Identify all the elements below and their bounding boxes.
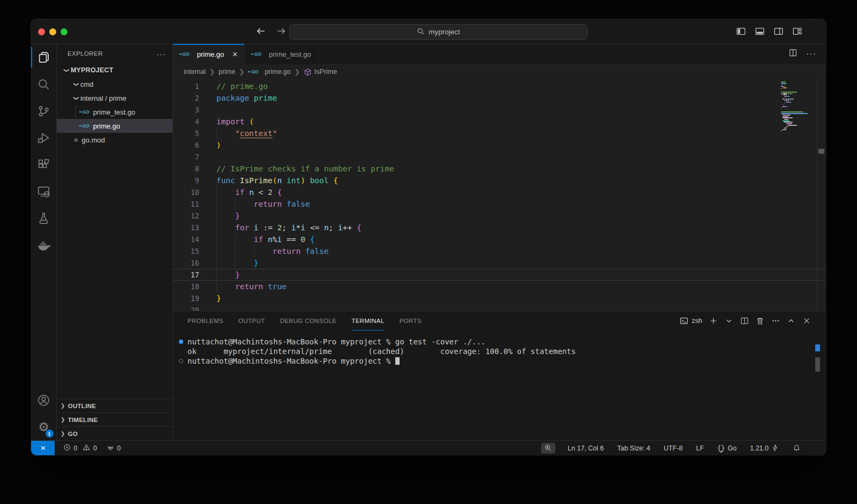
editor-tab-prime.go[interactable]: GOprime.go✕ <box>173 44 245 64</box>
terminal-cursor <box>395 357 400 365</box>
activity-item-settings[interactable]: ⚙1 <box>31 413 57 440</box>
status-eol[interactable]: LF <box>695 441 705 455</box>
window-controls <box>38 28 67 35</box>
tree-item-myproject[interactable]: ❯MYPROJECT <box>57 63 172 77</box>
chevron-up-icon[interactable] <box>787 317 795 325</box>
editor-tab-bar: GOprime.go✕GOprime_test.go ··· <box>173 44 826 64</box>
close-icon[interactable] <box>802 317 811 325</box>
toggle-panel-icon[interactable] <box>754 26 765 36</box>
remote-indicator[interactable] <box>31 441 55 455</box>
panel-tab-terminal[interactable]: TERMINAL <box>351 311 384 330</box>
minimap[interactable] <box>781 81 814 132</box>
code-editor[interactable]: 1// prime.go2package prime34import (5 "c… <box>173 79 826 311</box>
status-go-version[interactable]: 1.21.0 <box>749 441 780 455</box>
terminal[interactable]: nuttachot@Machintoshs-MacBook-Pro myproj… <box>173 330 826 440</box>
activity-item-extensions[interactable] <box>31 151 57 178</box>
go-forward-icon[interactable] <box>275 25 287 39</box>
terminal-command-decoration[interactable] <box>179 359 183 363</box>
split-editor-icon[interactable] <box>788 48 798 59</box>
status-label: LF <box>696 445 704 452</box>
problems-indicator[interactable]: 0 0 <box>62 441 98 455</box>
activity-item-docker[interactable] <box>31 231 57 258</box>
terminal-command-decoration[interactable] <box>179 340 183 344</box>
panel-tab-debug-console[interactable]: DEBUG CONSOLE <box>280 311 337 330</box>
line-number: 15 <box>173 245 199 257</box>
tree-item-cmd[interactable]: ❯cmd <box>57 77 172 91</box>
status-zoom-indicator[interactable] <box>541 443 555 454</box>
indent-guide <box>76 105 76 119</box>
sidebar-section-outline[interactable]: ❯OUTLINE <box>57 398 172 412</box>
plus-icon[interactable] <box>709 317 718 325</box>
line-content: } <box>216 269 240 281</box>
line-number: 14 <box>173 234 199 245</box>
sidebar-section-go[interactable]: ❯GO <box>57 426 172 440</box>
code-line-8: 8// IsPrime checks if a number is prime <box>173 163 826 175</box>
toggle-sidebar-icon[interactable] <box>735 26 746 36</box>
activity-item-accounts[interactable] <box>31 387 57 413</box>
chevron-down-icon[interactable] <box>725 317 733 325</box>
activity-item-run-and-debug[interactable] <box>31 124 57 151</box>
breadcrumb-item-isprime[interactable]: IsPrime <box>304 68 337 76</box>
trash-icon[interactable] <box>756 317 764 325</box>
toggle-secondary-sidebar-icon[interactable] <box>773 26 784 36</box>
line-number: 4 <box>173 116 199 127</box>
terminal-text: nuttachot@Machintoshs-MacBook-Pro myproj… <box>187 337 485 346</box>
code-line-2: 2package prime <box>173 92 826 104</box>
panel-tab-ports[interactable]: PORTS <box>400 311 422 330</box>
breadcrumb-item-prime[interactable]: prime <box>219 68 235 76</box>
close-window-button[interactable] <box>38 28 45 35</box>
tree-item-prime-test.go[interactable]: GOprime_test.go <box>57 105 172 119</box>
editor-more-actions-icon[interactable]: ··· <box>806 49 816 59</box>
status-indentation[interactable]: Tab Size: 4 <box>616 441 651 455</box>
tree-item-go.mod[interactable]: ≡go.mod <box>57 133 172 147</box>
code-line-17: 17 } <box>173 269 826 281</box>
activity-item-remote-explorer[interactable] <box>31 178 57 205</box>
status-notifications[interactable] <box>792 441 802 455</box>
status-language-mode[interactable]: {}Go <box>716 441 738 455</box>
activity-item-testing[interactable] <box>31 205 57 231</box>
panel-tab-problems[interactable]: PROBLEMS <box>187 311 223 330</box>
line-number: 20 <box>173 304 199 311</box>
code-line-7: 7 <box>173 151 826 163</box>
line-content: if n%i == 0 { <box>216 234 314 245</box>
tree-item-internal-prime[interactable]: ❯internal / prime <box>57 91 172 105</box>
tree-item-prime.go[interactable]: GOprime.go <box>57 119 172 133</box>
status-label: 1.21.0 <box>750 445 769 452</box>
split-icon[interactable] <box>740 317 749 325</box>
go-back-icon[interactable] <box>255 25 267 39</box>
ellipsis-icon[interactable] <box>771 317 780 325</box>
sidebar-section-timeline[interactable]: ❯TIMELINE <box>57 412 172 426</box>
terminal-scrollbar-thumb[interactable] <box>815 357 820 372</box>
editor-tab-prime_test.go[interactable]: GOprime_test.go <box>245 44 318 64</box>
activity-bar: ⚙1 <box>31 44 57 440</box>
terminal-shell-icon[interactable] <box>680 317 688 325</box>
breadcrumb-label: prime <box>219 68 235 76</box>
customize-layout-icon[interactable] <box>792 26 802 36</box>
bell-icon <box>793 444 801 452</box>
terminal-line-2: ok myproject/internal/prime (cached) cov… <box>173 347 826 356</box>
bolt-icon <box>771 444 779 452</box>
minimize-window-button[interactable] <box>49 28 56 35</box>
editor-overview-ruler[interactable] <box>817 79 826 311</box>
status-label: UTF-8 <box>664 445 682 452</box>
activity-item-search[interactable] <box>31 71 57 97</box>
breadcrumb-item-internal[interactable]: internal <box>184 68 206 76</box>
remote-explorer-icon <box>37 185 50 198</box>
editor-group: GOprime.go✕GOprime_test.go ··· internal❯… <box>173 44 826 440</box>
explorer-more-actions-icon[interactable]: ··· <box>156 49 166 58</box>
section-label: GO <box>68 431 78 437</box>
breadcrumb-item-prime.go[interactable]: GOprime.go <box>248 68 290 76</box>
activity-item-explorer[interactable] <box>31 44 57 71</box>
status-label: Go <box>728 445 737 452</box>
tree-item-label: internal / prime <box>80 94 126 102</box>
tab-label: prime_test.go <box>269 50 311 58</box>
status-encoding[interactable]: UTF-8 <box>663 441 683 455</box>
zoom-window-button[interactable] <box>61 28 67 35</box>
status-cursor-position[interactable]: Ln 17, Col 6 <box>567 441 605 455</box>
activity-item-source-control[interactable] <box>31 97 57 124</box>
command-center-search[interactable]: myproject <box>289 24 588 40</box>
panel-tab-output[interactable]: OUTPUT <box>238 311 265 330</box>
close-tab-icon[interactable]: ✕ <box>232 50 238 58</box>
tree-item-label: go.mod <box>82 136 105 144</box>
ports-indicator[interactable]: 0 <box>106 441 122 455</box>
